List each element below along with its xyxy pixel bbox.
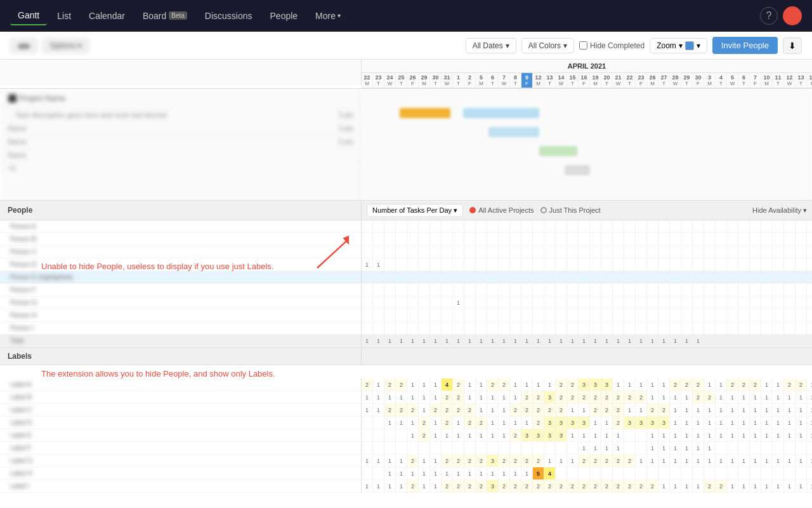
tab-calendar[interactable]: Calendar — [81, 7, 133, 25]
cell-0-13: 1 — [510, 378, 521, 391]
cell-8-28 — [681, 322, 693, 334]
zoom-button[interactable]: Zoom ▾ ▾ — [650, 38, 707, 53]
tab-list[interactable]: List — [49, 7, 79, 25]
cell-9-31 — [716, 335, 727, 347]
cell-2-5 — [419, 246, 430, 258]
cell-5-33 — [738, 442, 750, 454]
export-button[interactable]: ⬇ — [783, 37, 802, 54]
table-row: 1111211222232222222222222211112211111111 — [362, 480, 812, 493]
gantt-row-2: Name3 pts — [0, 122, 361, 135]
cell-8-24: 2 — [636, 480, 647, 492]
all-dates-filter[interactable]: All Dates ▾ — [466, 38, 516, 53]
tab-discussions[interactable]: Discussions — [197, 7, 260, 25]
cell-7-20 — [590, 309, 601, 321]
cell-1-21 — [601, 233, 613, 245]
cell-0-1: 1 — [373, 378, 384, 391]
cell-7-23 — [624, 467, 636, 479]
list-item: Person A — [0, 220, 361, 233]
cell-1-3 — [396, 233, 407, 245]
table-row: 11 — [362, 258, 812, 271]
cell-3-37 — [784, 258, 796, 271]
cell-6-0: 1 — [362, 455, 373, 467]
cell-8-35: 1 — [761, 480, 773, 492]
tab-board[interactable]: Board Beta — [135, 7, 195, 25]
cell-2-9: 2 — [464, 404, 476, 416]
cell-3-0 — [362, 417, 373, 429]
cell-6-39 — [807, 297, 812, 309]
cell-2-36: 1 — [773, 404, 784, 416]
cell-1-34: 1 — [750, 391, 761, 403]
cell-4-4 — [407, 271, 419, 283]
cell-8-9: 2 — [464, 480, 476, 492]
cell-5-25: 1 — [647, 442, 658, 454]
cell-5-39 — [807, 284, 812, 296]
table-row — [362, 322, 812, 335]
cell-2-10 — [476, 246, 487, 258]
cell-7-39 — [807, 309, 812, 321]
cell-3-36 — [773, 258, 784, 271]
labels-rows-container: Label ALabel BLabel CLabel DLabel ELabel… — [0, 378, 812, 493]
help-button[interactable]: ? — [760, 7, 778, 25]
tasks-per-day-dropdown[interactable]: Number of Tasks Per Day ▾ — [367, 204, 463, 217]
radio-filled-icon — [469, 207, 476, 213]
cell-0-21 — [601, 220, 613, 232]
cell-7-11: 1 — [487, 467, 499, 479]
cell-1-38: 1 — [796, 391, 807, 403]
people-section-controls: Number of Tasks Per Day ▾ All Active Pro… — [362, 201, 812, 220]
cell-3-37: 1 — [784, 417, 796, 429]
cell-6-16: 1 — [544, 455, 556, 467]
table-row: 1122212222111222221122211221111111111111 — [362, 404, 812, 417]
cell-1-15 — [533, 233, 544, 245]
cell-5-27: 1 — [670, 442, 681, 454]
cell-1-13: 1 — [510, 391, 521, 403]
list-item: Label G — [0, 455, 361, 467]
top-annotation: Unable to hide People, useless to displa… — [41, 262, 273, 271]
cell-8-26 — [658, 322, 670, 334]
cell-2-31 — [716, 246, 727, 258]
tab-gantt[interactable]: Gantt — [10, 6, 47, 25]
cell-8-36: 1 — [773, 480, 784, 492]
invite-people-button[interactable]: Invite People — [712, 37, 778, 54]
cell-3-33: 1 — [738, 417, 750, 429]
cell-7-36 — [773, 467, 784, 479]
user-avatar[interactable] — [783, 6, 802, 25]
all-active-projects-radio[interactable]: All Active Projects — [469, 206, 534, 214]
cell-7-8: 1 — [453, 467, 464, 479]
tab-more[interactable]: More ▾ — [308, 7, 348, 25]
cell-5-27 — [670, 284, 681, 296]
just-this-project-radio[interactable]: Just This Project — [540, 206, 601, 214]
cell-2-24 — [636, 246, 647, 258]
hide-availability-button[interactable]: Hide Availability ▾ — [752, 206, 807, 215]
cell-2-8: 2 — [453, 404, 464, 416]
cell-2-27 — [670, 246, 681, 258]
hide-completed-checkbox[interactable] — [579, 41, 587, 50]
cell-8-18: 2 — [567, 480, 579, 492]
cell-3-26: 3 — [658, 417, 670, 429]
cell-1-17 — [556, 233, 567, 245]
cell-1-22 — [613, 233, 624, 245]
cell-7-3 — [396, 309, 407, 321]
all-colors-filter[interactable]: All Colors ▾ — [521, 38, 574, 53]
cell-0-18: 2 — [567, 378, 579, 391]
cell-6-25: 1 — [647, 455, 658, 467]
top-annotation-text: Unable to hide People, useless to displa… — [41, 262, 273, 271]
cell-3-34: 1 — [750, 417, 761, 429]
cell-7-39 — [807, 467, 812, 479]
cell-8-36 — [773, 322, 784, 334]
cell-4-35: 1 — [761, 429, 773, 441]
cell-0-9 — [464, 220, 476, 232]
cell-0-4: 1 — [407, 378, 419, 391]
cell-0-3: 2 — [396, 378, 407, 391]
cell-2-28 — [681, 246, 693, 258]
cell-1-14 — [521, 233, 533, 245]
cell-2-39 — [807, 246, 812, 258]
toolbar-btn-2[interactable]: Options ▾ — [43, 38, 89, 53]
tab-people[interactable]: People — [263, 7, 306, 25]
cell-8-18 — [567, 322, 579, 334]
data-scroll-container[interactable]: Unable to hide People, useless to displa… — [0, 220, 812, 508]
cell-1-1 — [373, 233, 384, 245]
cell-3-27 — [670, 258, 681, 271]
cell-5-31 — [716, 442, 727, 454]
cell-4-0 — [362, 271, 373, 283]
toolbar-btn-1[interactable]: ◀ ▶ — [10, 38, 37, 53]
